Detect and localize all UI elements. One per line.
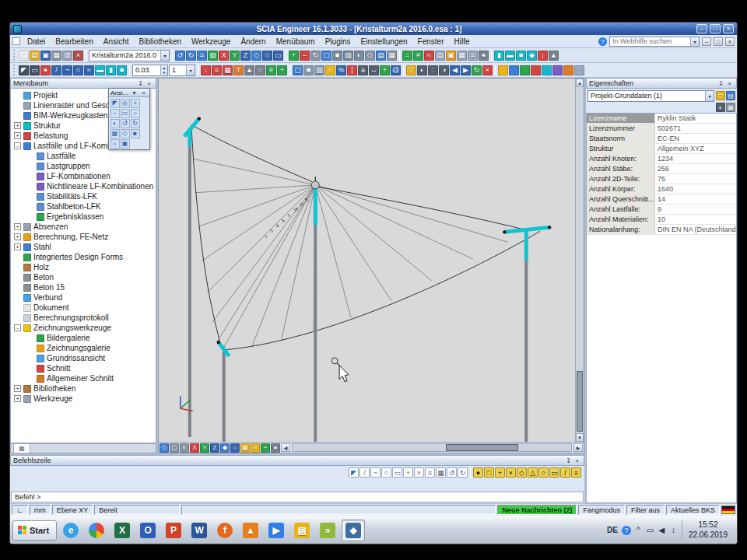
taskbar-app[interactable]: e bbox=[59, 520, 82, 541]
taskbar-app[interactable]: W bbox=[188, 520, 211, 541]
activity-icon[interactable]: ▧ bbox=[208, 51, 218, 61]
wireframe-icon[interactable]: ▢ bbox=[170, 443, 179, 453]
engineering-report-icon[interactable]: ▤ bbox=[435, 51, 445, 61]
taskbar-app[interactable]: ▤ bbox=[290, 520, 314, 541]
tree-item[interactable]: Stabilitäts-LFK bbox=[11, 191, 156, 201]
axonometry-icon[interactable]: ◇ bbox=[251, 51, 261, 61]
paperspace-icon[interactable] bbox=[563, 65, 573, 75]
tree-item[interactable]: Lastfälle bbox=[11, 151, 156, 161]
start-button[interactable]: Start bbox=[12, 520, 57, 541]
tree-item[interactable]: Zeichnungsgalerie bbox=[11, 343, 156, 353]
property-value[interactable]: 14 bbox=[655, 194, 736, 204]
tree-item[interactable]: LF-Kombinationen bbox=[11, 171, 156, 181]
render-icon[interactable]: ■ bbox=[131, 129, 140, 138]
zoom-in-icon[interactable]: + bbox=[289, 51, 299, 61]
shading-icon[interactable]: ◐ bbox=[180, 443, 189, 453]
hidden-lines-icon[interactable]: ▨ bbox=[343, 51, 353, 61]
menu-item[interactable]: Menübaum bbox=[272, 37, 320, 47]
properties-settings-icon[interactable]: ◐ bbox=[716, 103, 725, 112]
snap-intersection-icon[interactable]: × bbox=[506, 467, 516, 478]
snap-orthogonal-icon[interactable]: ◇ bbox=[517, 467, 527, 478]
tree-item[interactable]: Bildergalerie bbox=[11, 333, 156, 343]
menu-item[interactable]: Datei bbox=[23, 37, 50, 47]
support-icon[interactable]: ▲ bbox=[549, 51, 559, 61]
tree-expander-icon[interactable]: + bbox=[14, 395, 21, 402]
bill-of-material-icon[interactable]: ≡ bbox=[468, 51, 478, 61]
table-results-icon[interactable]: ▦ bbox=[457, 51, 467, 61]
webhelp-search[interactable]: ▾ bbox=[609, 37, 700, 47]
column-tool-icon[interactable]: ▮ bbox=[106, 65, 116, 75]
property-value[interactable]: Ryklin Statik bbox=[655, 114, 736, 123]
property-value[interactable]: DIN EN NA (Deutschland) bbox=[655, 225, 736, 234]
close-project-icon[interactable]: × bbox=[73, 51, 83, 61]
drawing-tools-icon[interactable] bbox=[498, 65, 508, 75]
property-value[interactable]: EC-EN bbox=[655, 134, 736, 143]
open-project-icon[interactable]: ▤ bbox=[30, 51, 40, 61]
dimension-icon[interactable]: ↔ bbox=[369, 65, 379, 75]
view-x-icon[interactable]: X bbox=[219, 51, 229, 61]
layers-icon[interactable]: ≡ bbox=[197, 51, 207, 61]
line-icon[interactable]: / bbox=[51, 65, 61, 75]
tree-item[interactable]: Holz bbox=[11, 262, 156, 272]
property-value[interactable]: 1640 bbox=[655, 184, 736, 194]
curve-icon[interactable]: ≈ bbox=[84, 65, 94, 75]
beam-icon[interactable]: ▬ bbox=[505, 51, 515, 61]
gallery-tools-icon[interactable] bbox=[552, 65, 563, 75]
settings-icon[interactable]: ● bbox=[479, 51, 489, 61]
print-icon[interactable]: ▦ bbox=[51, 51, 61, 61]
tree-item[interactable]: + Berechnung, FE-Netz bbox=[11, 232, 156, 242]
language-indicator[interactable]: DE bbox=[607, 526, 618, 534]
solid-mode-icon[interactable]: ■ bbox=[303, 65, 314, 75]
view-x-icon[interactable]: X bbox=[190, 443, 199, 453]
transparent-mode-icon[interactable]: ▨ bbox=[314, 65, 324, 75]
units-indicator[interactable]: mm bbox=[30, 505, 51, 515]
view-settings-icon[interactable]: ● bbox=[271, 443, 280, 453]
snap-tangent-icon[interactable]: △ bbox=[528, 467, 538, 478]
select-rect-icon[interactable]: ▭ bbox=[30, 65, 40, 75]
select-all-icon[interactable]: : bbox=[428, 65, 438, 75]
close-icon[interactable]: × bbox=[573, 457, 581, 465]
property-value[interactable]: Allgemein XYZ bbox=[655, 144, 736, 153]
results-icon[interactable]: ≈ bbox=[424, 51, 434, 61]
property-row[interactable]: Lizenzname Ryklin Statik bbox=[587, 114, 736, 124]
line-load-icon[interactable]: ≡ bbox=[212, 65, 222, 75]
chevron-down-icon[interactable]: ▾ bbox=[690, 37, 699, 46]
circle-icon[interactable]: ○ bbox=[73, 65, 83, 75]
toolbar-grip[interactable] bbox=[13, 65, 16, 75]
snap-circle-icon[interactable]: ○ bbox=[538, 467, 549, 478]
chevron-down-icon[interactable]: ▾ bbox=[186, 65, 195, 75]
point-load-icon[interactable]: ↓ bbox=[201, 65, 211, 75]
catalog-icon[interactable]: ▤ bbox=[726, 91, 735, 100]
snap-endpoint-icon[interactable]: □ bbox=[484, 467, 494, 478]
shell-icon[interactable]: ◆ bbox=[527, 51, 537, 61]
taskbar-app[interactable] bbox=[85, 520, 108, 541]
light-icon[interactable]: ☼ bbox=[110, 139, 120, 149]
scroll-left-icon[interactable]: ◀ bbox=[281, 443, 290, 452]
node-icon[interactable]: ● bbox=[40, 65, 51, 75]
tree-item[interactable]: Stahlbeton-LFK bbox=[11, 201, 156, 212]
taskbar-app[interactable]: » bbox=[316, 520, 339, 541]
view-y-icon[interactable]: Y bbox=[230, 51, 240, 61]
perspective-icon[interactable]: ◇ bbox=[365, 51, 375, 61]
tree-item[interactable]: Ergebnisklassen bbox=[11, 212, 156, 222]
tree-expander-icon[interactable]: - bbox=[14, 324, 21, 331]
minimize-button[interactable]: – bbox=[696, 24, 707, 33]
hinge-icon[interactable]: ○ bbox=[255, 65, 265, 75]
menu-item[interactable]: Ändern bbox=[236, 37, 270, 47]
tree-expander-icon[interactable]: - bbox=[14, 142, 21, 149]
zoom-all-icon[interactable]: ○ bbox=[131, 109, 140, 118]
redo-icon[interactable]: ↻ bbox=[186, 51, 196, 61]
property-row[interactable]: Anzahl 2D-Teile: 75 bbox=[587, 174, 736, 184]
spin-down-icon[interactable]: ▾ bbox=[161, 70, 167, 75]
tree-item[interactable]: Integriertes Design Forms bbox=[11, 252, 156, 262]
chevron-down-icon[interactable]: ▾ bbox=[160, 51, 169, 61]
visibility-icon[interactable]: ◐ bbox=[417, 65, 427, 75]
filter-icon[interactable]: ▽ bbox=[716, 91, 725, 100]
horizontal-scrollbar[interactable] bbox=[292, 443, 572, 452]
view-palette-header[interactable]: Ansi... ▾ × bbox=[109, 89, 149, 97]
tree-tab-icon[interactable]: ▦ bbox=[13, 443, 30, 453]
toolbar-grip[interactable] bbox=[13, 50, 16, 61]
add-tool-icon[interactable]: + bbox=[403, 467, 413, 478]
taskbar-app[interactable]: ◆ bbox=[342, 520, 365, 541]
snap-mode-toggle[interactable]: Fangmodus bbox=[578, 505, 625, 515]
